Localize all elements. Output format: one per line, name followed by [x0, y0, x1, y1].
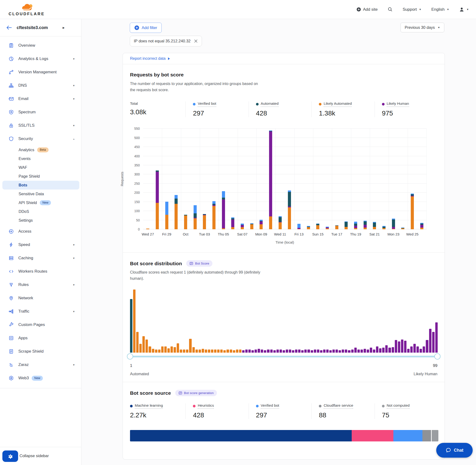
- sidebar-item-scrape-shield[interactable]: Scrape Shield: [0, 345, 81, 358]
- sidebar-item-caching[interactable]: Caching▼: [0, 252, 81, 265]
- slider-track[interactable]: [130, 356, 437, 357]
- stacked-bar[interactable]: [203, 214, 206, 230]
- stacked-bar[interactable]: [401, 228, 404, 230]
- stat-term-link[interactable]: Verified bot: [198, 101, 216, 107]
- stacked-bar[interactable]: [326, 227, 329, 230]
- chevron-down-icon: ▼: [466, 8, 469, 11]
- sidebar-item-traffic[interactable]: Traffic▼: [0, 305, 81, 318]
- stacked-bar[interactable]: [345, 222, 348, 229]
- sidebar-item-workers-routes[interactable]: Workers Routes: [0, 265, 81, 278]
- site-switcher-chevron-icon[interactable]: ▶: [63, 26, 64, 29]
- sidebar-item-speed[interactable]: Speed▼: [0, 238, 81, 252]
- sidebar-item-overview[interactable]: Overview: [0, 39, 81, 52]
- stacked-bar[interactable]: [373, 222, 376, 229]
- sidebar-item-email[interactable]: Email▼: [0, 92, 81, 106]
- stacked-bar[interactable]: [335, 225, 338, 230]
- filter-chip[interactable]: IP does not equal 35.212.240.32: [130, 36, 202, 46]
- stacked-bar[interactable]: [316, 223, 319, 229]
- date-range-dropdown[interactable]: Previous 30 days▼: [401, 23, 444, 32]
- stat-term-link[interactable]: Likely Human: [387, 101, 409, 107]
- stacked-bar[interactable]: [420, 223, 423, 229]
- stacked-bar[interactable]: [250, 223, 253, 229]
- remove-filter-icon[interactable]: [194, 39, 198, 43]
- sidebar-item-access[interactable]: Access: [0, 225, 81, 238]
- stat-term-link[interactable]: Heuristics: [198, 403, 214, 409]
- stat-term-link[interactable]: Likely Automated: [324, 101, 352, 107]
- sidebar-subitem-analytics[interactable]: AnalyticsBeta: [0, 146, 81, 154]
- stacked-bar[interactable]: [354, 222, 357, 229]
- stacked-bar[interactable]: [411, 194, 414, 229]
- add-site-button[interactable]: Add site: [357, 7, 378, 12]
- cloudflare-logo[interactable]: CLOUDFLARE: [9, 3, 45, 16]
- sidebar-subitem-ddos[interactable]: DDoS: [0, 207, 81, 216]
- account-menu[interactable]: ▼: [459, 7, 469, 12]
- stacked-bar[interactable]: [392, 219, 395, 229]
- sidebar-item-security[interactable]: Security▲: [0, 132, 81, 146]
- histogram-bar-score-29: [217, 349, 220, 353]
- sidebar-item-web3[interactable]: Web3New: [0, 371, 81, 385]
- stacked-bar[interactable]: [184, 215, 187, 229]
- slider-handle-min[interactable]: [127, 353, 133, 359]
- stat-term-link[interactable]: Machine learning: [135, 403, 163, 409]
- sidebar-subitem-events[interactable]: Events: [0, 154, 81, 163]
- stacked-bar[interactable]: [241, 223, 244, 229]
- bot-score-badge[interactable]: Bot Score: [186, 260, 212, 267]
- stacked-bar[interactable]: [156, 170, 159, 230]
- sidebar-subitem-settings[interactable]: Settings: [0, 216, 81, 225]
- chat-button[interactable]: Chat: [436, 443, 473, 458]
- stacked-bar[interactable]: [175, 195, 178, 230]
- back-arrow-icon[interactable]: [6, 25, 12, 30]
- sidebar-subitem-api-shield[interactable]: API ShieldNew: [0, 198, 81, 207]
- collapse-sidebar-button[interactable]: Collapse sidebar: [20, 454, 49, 458]
- sidebar-item-apps[interactable]: Apps: [0, 331, 81, 345]
- stacked-bar[interactable]: [146, 229, 149, 229]
- bar-segment: [420, 228, 423, 230]
- report-incorrect-data-link[interactable]: Report incorrect data: [130, 56, 170, 61]
- language-menu[interactable]: English▼: [431, 7, 449, 12]
- sidebar-subitem-waf[interactable]: WAF: [0, 163, 81, 172]
- support-menu[interactable]: Support▼: [403, 7, 421, 12]
- sidebar-subitem-page-shield[interactable]: Page Shield: [0, 172, 81, 181]
- y-tick-label: 450: [134, 145, 140, 149]
- sidebar-item-rules[interactable]: Rules▼: [0, 278, 81, 291]
- histogram-bar-score-71: [348, 350, 350, 353]
- stacked-bar[interactable]: [212, 201, 215, 229]
- add-filter-button[interactable]: Add filter: [130, 23, 162, 33]
- sidebar-item-version-management[interactable]: Version Management: [0, 65, 81, 79]
- chevron-down-icon: ▼: [73, 84, 75, 87]
- stacked-bar[interactable]: [288, 190, 291, 229]
- slider-labels: 1 Automated 99 Likely Human: [130, 363, 437, 376]
- site-name[interactable]: cftestsite3.com: [17, 25, 48, 30]
- sidebar-item-network[interactable]: Network: [0, 291, 81, 305]
- stacked-bar[interactable]: [194, 205, 197, 229]
- bot-score-generation-badge[interactable]: Bot score generation: [175, 390, 217, 396]
- sidebar-item-ssl-tls[interactable]: SSL/TLS▼: [0, 119, 81, 132]
- bar-slot-thu-28: [153, 128, 162, 229]
- stacked-bar[interactable]: [260, 220, 263, 229]
- stacked-bar[interactable]: [269, 130, 272, 229]
- stacked-bar[interactable]: [222, 191, 225, 229]
- sidebar-item-dns[interactable]: DNS▼: [0, 79, 81, 92]
- stat-term-link[interactable]: Verified bot: [261, 403, 279, 409]
- stacked-bar[interactable]: [382, 226, 386, 229]
- stat-term-link[interactable]: Automated: [261, 101, 279, 107]
- stacked-bar[interactable]: [231, 217, 234, 229]
- sidebar-item-custom-pages[interactable]: Custom Pages: [0, 318, 81, 331]
- stacked-bar[interactable]: [279, 216, 282, 229]
- distribution-title: Bot score distribution: [130, 261, 182, 266]
- sidebar-item-spectrum[interactable]: Spectrum: [0, 106, 81, 119]
- stat-term-link[interactable]: Not computed: [387, 403, 410, 409]
- stacked-bar[interactable]: [297, 224, 300, 229]
- stacked-bar[interactable]: [307, 226, 310, 229]
- slider-handle-max[interactable]: [434, 353, 441, 359]
- stat-term-link[interactable]: Cloudflare service: [324, 403, 353, 409]
- search-button[interactable]: [388, 7, 393, 12]
- sidebar-item-analytics-logs[interactable]: Analytics & Logs▼: [0, 52, 81, 65]
- stacked-bar[interactable]: [165, 202, 168, 229]
- sidebar-subitem-bots[interactable]: Bots: [2, 181, 79, 190]
- sidebar-item-zaraz[interactable]: Zaraz▼: [0, 358, 81, 371]
- stacked-bar[interactable]: [364, 221, 367, 229]
- sidebar-subitem-sensitive-data[interactable]: Sensitive Data: [0, 190, 81, 198]
- preferences-button[interactable]: [2, 451, 18, 462]
- x-tick-label: Wed 27: [142, 232, 154, 236]
